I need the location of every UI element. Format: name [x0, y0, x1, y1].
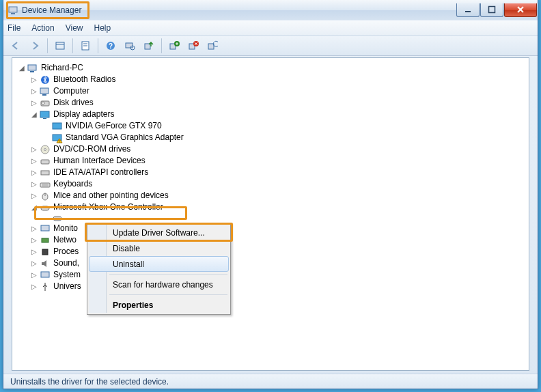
spacer — [42, 122, 50, 130]
separator — [47, 38, 48, 53]
scan-hardware-button[interactable] — [122, 38, 138, 54]
display-warning-icon: ! — [52, 132, 63, 143]
tree-item-computer[interactable]: ▷ Computer — [15, 85, 526, 97]
menu-item-label: Properties — [113, 300, 153, 310]
expand-icon[interactable]: ▷ — [30, 271, 38, 279]
expand-icon[interactable]: ▷ — [30, 157, 38, 165]
system-icon — [40, 270, 51, 281]
expand-icon[interactable]: ▷ — [30, 76, 38, 83]
computer-icon — [27, 63, 38, 74]
tree-label: Richard-PC — [41, 62, 83, 74]
collapse-icon[interactable]: ◢ — [18, 64, 25, 72]
monitor-icon — [40, 223, 51, 234]
menu-item-properties[interactable]: Properties — [89, 297, 229, 313]
svg-rect-41 — [53, 216, 61, 221]
expand-icon[interactable]: ▷ — [30, 260, 38, 267]
properties-button[interactable] — [77, 38, 94, 54]
update-driver-button[interactable] — [141, 38, 157, 54]
tree-panel: ◢ Richard-PC ▷ Bluetooth Radios ▷ Comput… — [12, 57, 529, 371]
tree-label: System — [53, 269, 81, 281]
tree-label: Disk drives — [53, 97, 94, 109]
expand-icon[interactable]: ▷ — [30, 283, 38, 290]
tree-label: IDE ATA/ATAPI controllers — [53, 167, 148, 178]
hid-icon — [40, 156, 51, 167]
tree-item-keyboards[interactable]: ▷ Keyboards — [15, 178, 526, 190]
tree-item-xbox-device[interactable] — [15, 213, 526, 223]
svg-rect-28 — [53, 123, 61, 129]
svg-rect-23 — [42, 94, 46, 96]
svg-rect-35 — [40, 183, 50, 187]
tree-item-bluetooth[interactable]: ▷ Bluetooth Radios — [15, 74, 526, 85]
svg-rect-42 — [41, 225, 49, 231]
menu-separator — [109, 274, 227, 275]
tree-label: Standard VGA Graphics Adapter — [66, 132, 184, 143]
menu-item-update-driver[interactable]: Update Driver Software... — [89, 225, 229, 240]
tree-label: Netwo — [53, 234, 77, 246]
tree-item-vga[interactable]: ! Standard VGA Graphics Adapter — [15, 132, 526, 143]
tree-item-dvd[interactable]: ▷ DVD/CD-ROM drives — [15, 143, 526, 155]
help-button[interactable]: ? — [102, 38, 119, 54]
tree-item-xbox-category[interactable]: ◢ Microsoft Xbox One Controller — [15, 201, 526, 213]
minimize-button[interactable] — [456, 3, 480, 17]
usb-icon — [40, 281, 51, 292]
tree-label: Sound, — [53, 257, 79, 269]
display-icon — [52, 121, 63, 132]
show-hide-console-button[interactable] — [52, 38, 68, 54]
spacer — [42, 214, 50, 222]
expand-icon[interactable]: ▷ — [30, 145, 38, 153]
cpu-icon — [40, 247, 51, 257]
app-icon — [8, 5, 18, 16]
tree-label: Keyboards — [53, 178, 92, 190]
menu-item-label: Disable — [113, 244, 140, 253]
expand-icon[interactable]: ▷ — [30, 87, 38, 95]
menu-item-uninstall[interactable]: Uninstall — [89, 256, 229, 272]
svg-rect-11 — [126, 43, 133, 48]
menu-file[interactable]: File — [8, 23, 20, 33]
tree-label: Bluetooth Radios — [53, 74, 115, 85]
svg-rect-22 — [40, 88, 48, 94]
tree-item-mice[interactable]: ▷ Mice and other pointing devices — [15, 190, 526, 201]
back-button[interactable] — [8, 38, 24, 54]
menu-action[interactable]: Action — [31, 23, 54, 33]
menu-item-scan[interactable]: Scan for hardware changes — [89, 277, 229, 292]
menu-help[interactable]: Help — [94, 23, 111, 33]
tree-item-gtx970[interactable]: NVIDIA GeForce GTX 970 — [15, 120, 526, 132]
bluetooth-icon — [40, 74, 51, 85]
mouse-icon — [40, 191, 51, 201]
svg-rect-4 — [56, 42, 64, 49]
collapse-icon[interactable]: ◢ — [30, 204, 38, 211]
expand-icon[interactable]: ▷ — [30, 169, 38, 176]
menu-item-disable[interactable]: Disable — [89, 240, 229, 256]
tree-item-ide[interactable]: ▷ IDE ATA/ATAPI controllers — [15, 167, 526, 178]
expand-icon[interactable]: ▷ — [30, 236, 38, 244]
menu-view[interactable]: View — [66, 23, 83, 33]
disable-button[interactable] — [185, 38, 202, 54]
expand-icon[interactable]: ▷ — [30, 192, 38, 199]
svg-rect-34 — [41, 171, 49, 175]
forward-button[interactable] — [27, 38, 43, 54]
disk-icon — [40, 98, 51, 109]
svg-rect-43 — [42, 238, 48, 242]
tree-label: Microsoft Xbox One Controller — [53, 201, 163, 213]
tree-label: NVIDIA GeForce GTX 970 — [66, 120, 162, 132]
tree-item-disk[interactable]: ▷ Disk drives — [15, 97, 526, 109]
svg-rect-27 — [43, 118, 46, 119]
status-text: Uninstalls the driver for the selected d… — [10, 377, 169, 387]
uninstall-button[interactable] — [166, 38, 182, 54]
expand-icon[interactable]: ▷ — [30, 248, 38, 255]
expand-icon[interactable]: ▷ — [30, 99, 38, 107]
menu-item-label: Update Driver Software... — [113, 228, 205, 238]
svg-rect-33 — [41, 160, 49, 164]
close-button[interactable] — [504, 3, 537, 17]
maximize-button[interactable] — [480, 3, 503, 17]
dvd-icon — [40, 144, 51, 155]
collapse-icon[interactable]: ◢ — [30, 111, 38, 118]
tree-root[interactable]: ◢ Richard-PC — [15, 62, 526, 74]
tree-item-hid[interactable]: ▷ Human Interface Devices — [15, 155, 526, 167]
expand-icon[interactable]: ▷ — [30, 180, 38, 188]
sound-icon — [40, 258, 51, 269]
tree-label: Proces — [53, 246, 79, 257]
expand-icon[interactable]: ▷ — [30, 225, 38, 232]
enable-button[interactable] — [204, 38, 221, 54]
tree-item-display[interactable]: ◢ Display adapters — [15, 109, 526, 120]
